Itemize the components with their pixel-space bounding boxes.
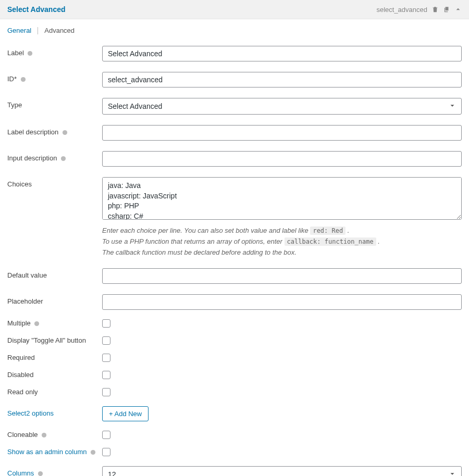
chevron-down-icon bbox=[449, 102, 456, 111]
select2-options-label[interactable]: Select2 options bbox=[7, 406, 102, 417]
required-text: Required bbox=[7, 354, 35, 361]
row-label-description: Label description bbox=[7, 120, 462, 146]
field-label-description bbox=[102, 125, 462, 141]
help-icon[interactable] bbox=[38, 471, 43, 476]
choices-textarea[interactable]: java: Java javascript: JavaScript php: P… bbox=[102, 177, 462, 220]
row-type: Type Select Advanced bbox=[7, 93, 462, 120]
placeholder-input[interactable] bbox=[102, 294, 462, 310]
type-select-value: Select Advanced bbox=[108, 102, 162, 110]
toggle-all-checkbox[interactable] bbox=[102, 336, 110, 345]
row-select2-options: Select2 options + Add New bbox=[7, 401, 462, 427]
row-input-description: Input description bbox=[7, 146, 462, 172]
label-description-label: Label description bbox=[7, 125, 102, 136]
row-label: Label bbox=[7, 41, 462, 67]
help-icon[interactable] bbox=[34, 321, 40, 327]
cloneable-checkbox[interactable] bbox=[102, 431, 110, 439]
field-label bbox=[102, 46, 462, 61]
disabled-checkbox[interactable] bbox=[102, 371, 110, 379]
field-choices: java: Java javascript: JavaScript php: P… bbox=[102, 177, 462, 258]
columns-label[interactable]: Columns bbox=[7, 466, 102, 476]
svg-point-1 bbox=[21, 77, 26, 82]
trash-icon[interactable] bbox=[431, 6, 439, 13]
multiple-text: Multiple bbox=[7, 319, 31, 327]
svg-point-6 bbox=[91, 450, 95, 455]
field-toggle-all bbox=[102, 335, 462, 346]
help-icon[interactable] bbox=[27, 51, 33, 56]
readonly-label: Read only bbox=[7, 387, 102, 396]
help-icon[interactable] bbox=[62, 130, 68, 135]
row-toggle-all: Display "Toggle All" button bbox=[7, 332, 462, 349]
choices-hint2-code: callback: function_name bbox=[285, 237, 376, 246]
svg-point-2 bbox=[63, 130, 67, 135]
field-placeholder bbox=[102, 294, 462, 310]
choices-label-text: Choices bbox=[7, 180, 32, 188]
label-description-input[interactable] bbox=[102, 125, 462, 141]
label-description-text: Label description bbox=[7, 128, 58, 136]
multiple-checkbox[interactable] bbox=[102, 319, 110, 328]
row-required: Required bbox=[7, 349, 462, 367]
admin-column-text: Show as an admin column bbox=[7, 448, 87, 456]
field-type: Select Advanced bbox=[102, 98, 462, 115]
placeholder-label: Placeholder bbox=[7, 294, 102, 305]
admin-column-checkbox[interactable] bbox=[102, 448, 110, 456]
help-icon[interactable] bbox=[60, 156, 66, 161]
help-icon[interactable] bbox=[90, 449, 96, 455]
field-readonly bbox=[102, 387, 462, 398]
row-choices: Choices java: Java javascript: JavaScrip… bbox=[7, 172, 462, 263]
tabs: General Advanced bbox=[0, 19, 469, 36]
row-disabled: Disabled bbox=[7, 367, 462, 384]
row-id: ID* bbox=[7, 67, 462, 93]
row-columns: Columns 12 bbox=[7, 461, 462, 476]
choices-hint2-post: . bbox=[376, 237, 380, 245]
tab-divider bbox=[38, 27, 38, 34]
disabled-text: Disabled bbox=[7, 371, 34, 379]
tab-advanced[interactable]: Advanced bbox=[44, 27, 75, 34]
svg-point-0 bbox=[28, 51, 32, 56]
readonly-text: Read only bbox=[7, 388, 38, 396]
panel-actions: select_advanced bbox=[376, 6, 462, 14]
type-label-text: Type bbox=[7, 101, 22, 109]
input-description-input[interactable] bbox=[102, 151, 462, 167]
type-label: Type bbox=[7, 98, 102, 109]
cloneable-label: Cloneable bbox=[7, 430, 102, 439]
required-checkbox[interactable] bbox=[102, 354, 110, 362]
label-input[interactable] bbox=[102, 46, 462, 61]
field-columns: 12 bbox=[102, 466, 462, 476]
id-input[interactable] bbox=[102, 72, 462, 87]
admin-column-label[interactable]: Show as an admin column bbox=[7, 447, 102, 456]
field-input-description bbox=[102, 151, 462, 167]
help-icon[interactable] bbox=[20, 77, 26, 82]
svg-point-3 bbox=[61, 156, 66, 161]
choices-hint1-code: red: Red bbox=[310, 227, 345, 235]
add-new-button[interactable]: + Add New bbox=[102, 406, 149, 421]
multiple-label: Multiple bbox=[7, 318, 102, 327]
cloneable-text: Cloneable bbox=[7, 431, 38, 439]
field-required bbox=[102, 353, 462, 364]
type-select[interactable]: Select Advanced bbox=[102, 98, 462, 115]
choices-hint1-pre: Enter each choice per line. You can also… bbox=[102, 227, 310, 234]
field-multiple bbox=[102, 318, 462, 329]
columns-select-value: 12 bbox=[108, 470, 116, 476]
default-value-input[interactable] bbox=[102, 268, 462, 284]
id-label-text: ID* bbox=[7, 75, 17, 83]
panel-slug: select_advanced bbox=[376, 6, 427, 14]
id-label: ID* bbox=[7, 72, 102, 83]
row-placeholder: Placeholder bbox=[7, 289, 462, 315]
svg-point-4 bbox=[34, 321, 39, 326]
columns-select[interactable]: 12 bbox=[102, 466, 462, 476]
placeholder-text: Placeholder bbox=[7, 297, 43, 305]
form-body: Label ID* Type Select Advanced La bbox=[0, 36, 469, 476]
field-id bbox=[102, 72, 462, 87]
chevron-down-icon bbox=[449, 470, 456, 476]
field-disabled bbox=[102, 370, 462, 381]
row-multiple: Multiple bbox=[7, 315, 462, 332]
collapse-up-icon[interactable] bbox=[454, 6, 462, 13]
duplicate-icon[interactable] bbox=[443, 6, 450, 13]
choices-hint2-pre: To use a PHP function that returns an ar… bbox=[102, 237, 285, 245]
help-icon[interactable] bbox=[41, 432, 47, 438]
panel-header: Select Advanced select_advanced bbox=[0, 0, 469, 19]
default-value-label: Default value bbox=[7, 268, 102, 279]
label-label: Label bbox=[7, 46, 102, 57]
readonly-checkbox[interactable] bbox=[102, 388, 110, 396]
tab-general[interactable]: General bbox=[7, 27, 31, 34]
